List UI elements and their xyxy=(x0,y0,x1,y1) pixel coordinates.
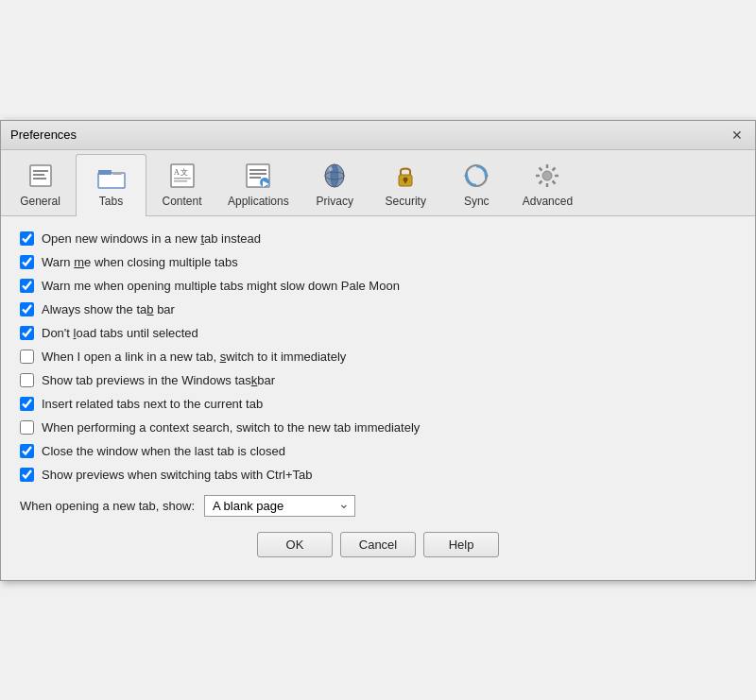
checkbox-row-9[interactable]: When performing a context search, switch… xyxy=(20,420,736,435)
privacy-icon xyxy=(319,161,350,191)
content-area: Open new windows in a new tab instead Wa… xyxy=(1,216,755,580)
checkbox-3[interactable] xyxy=(20,279,34,293)
checkbox-label-6: When I open a link in a new tab, switch … xyxy=(42,350,346,364)
svg-text:文: 文 xyxy=(180,168,188,177)
checkbox-row-3[interactable]: Warn me when opening multiple tabs might… xyxy=(20,279,736,293)
svg-point-22 xyxy=(329,167,333,171)
tab-general[interactable]: General xyxy=(5,154,76,215)
tab-privacy[interactable]: Privacy xyxy=(300,154,370,215)
new-tab-select[interactable]: A blank page Your home page The new tab … xyxy=(204,495,355,517)
checkbox-6[interactable] xyxy=(20,350,34,364)
checkbox-row-6[interactable]: When I open a link in a new tab, switch … xyxy=(20,350,736,364)
checkbox-row-7[interactable]: Show tab previews in the Windows taskbar xyxy=(20,373,736,387)
general-icon xyxy=(26,161,56,191)
svg-rect-6 xyxy=(98,170,112,175)
svg-rect-2 xyxy=(33,174,44,176)
advanced-icon xyxy=(532,161,562,191)
svg-rect-5 xyxy=(98,173,125,188)
checkbox-label-9: When performing a context search, switch… xyxy=(42,420,420,435)
svg-rect-16 xyxy=(249,177,261,179)
svg-line-35 xyxy=(553,180,556,183)
svg-line-37 xyxy=(540,180,542,183)
checkbox-label-10: Close the window when the last tab is cl… xyxy=(42,444,285,458)
checkbox-row-10[interactable]: Close the window when the last tab is cl… xyxy=(20,444,736,458)
checkbox-label-1: Open new windows in a new tab instead xyxy=(42,231,261,246)
checkbox-7[interactable] xyxy=(20,373,34,387)
checkbox-10[interactable] xyxy=(20,444,34,458)
checkbox-label-8: Insert related tabs next to the current … xyxy=(42,397,263,411)
svg-line-34 xyxy=(540,167,542,170)
help-button[interactable]: Help xyxy=(423,532,499,557)
tab-advanced[interactable]: Advanced xyxy=(512,154,583,215)
checkbox-list: Open new windows in a new tab instead Wa… xyxy=(20,231,736,482)
new-tab-label: When opening a new tab, show: xyxy=(20,499,195,513)
sync-icon xyxy=(461,161,491,191)
ok-button[interactable]: OK xyxy=(257,532,333,557)
svg-text:▶: ▶ xyxy=(263,179,269,187)
checkbox-label-7: Show tab previews in the Windows taskbar xyxy=(42,373,275,387)
tab-applications[interactable]: ▶ Applications xyxy=(217,154,300,215)
checkbox-row-5[interactable]: Don't load tabs until selected xyxy=(20,326,736,340)
new-tab-select-wrapper: A blank page Your home page The new tab … xyxy=(204,495,355,517)
button-bar: OK Cancel Help xyxy=(20,517,736,569)
checkbox-label-11: Show previews when switching tabs with C… xyxy=(42,468,313,482)
svg-rect-14 xyxy=(249,169,266,171)
tab-advanced-label: Advanced xyxy=(523,195,573,208)
checkbox-row-1[interactable]: Open new windows in a new tab instead xyxy=(20,231,736,246)
svg-rect-1 xyxy=(33,170,48,172)
tabs-icon xyxy=(96,161,127,191)
tab-content[interactable]: A 文 Content xyxy=(146,154,217,215)
window-title: Preferences xyxy=(10,128,77,142)
svg-point-29 xyxy=(542,171,552,180)
svg-text:A: A xyxy=(174,168,180,177)
svg-rect-12 xyxy=(174,180,187,182)
svg-rect-11 xyxy=(174,178,191,179)
cancel-button[interactable]: Cancel xyxy=(340,532,416,557)
checkbox-1[interactable] xyxy=(20,231,34,246)
tab-tabs-label: Tabs xyxy=(99,195,123,208)
close-button[interactable]: ✕ xyxy=(729,127,746,144)
tab-general-label: General xyxy=(20,195,60,208)
svg-rect-7 xyxy=(112,172,122,175)
tab-tabs[interactable]: Tabs xyxy=(76,154,146,216)
checkbox-label-5: Don't load tabs until selected xyxy=(42,326,198,340)
checkbox-4[interactable] xyxy=(20,302,34,316)
new-tab-row: When opening a new tab, show: A blank pa… xyxy=(20,495,736,517)
svg-line-36 xyxy=(553,167,556,170)
applications-icon: ▶ xyxy=(243,161,273,191)
tab-bar: General Tabs A 文 xyxy=(1,150,755,216)
tab-security[interactable]: Security xyxy=(370,154,441,215)
svg-rect-3 xyxy=(33,178,46,179)
security-icon xyxy=(390,161,421,191)
tab-privacy-label: Privacy xyxy=(317,195,353,208)
checkbox-8[interactable] xyxy=(20,397,34,411)
tab-sync-label: Sync xyxy=(464,195,490,208)
tab-content-label: Content xyxy=(162,195,201,208)
svg-rect-15 xyxy=(249,173,266,175)
content-icon: A 文 xyxy=(167,161,198,191)
svg-rect-25 xyxy=(404,180,406,183)
checkbox-label-4: Always show the tab bar xyxy=(42,302,175,316)
tab-sync[interactable]: Sync xyxy=(441,154,512,215)
checkbox-2[interactable] xyxy=(20,255,34,269)
checkbox-row-2[interactable]: Warn me when closing multiple tabs xyxy=(20,255,736,269)
checkbox-row-8[interactable]: Insert related tabs next to the current … xyxy=(20,397,736,411)
tab-security-label: Security xyxy=(386,195,426,208)
title-bar: Preferences ✕ xyxy=(1,121,755,150)
checkbox-11[interactable] xyxy=(20,468,34,482)
tab-applications-label: Applications xyxy=(228,195,289,208)
checkbox-row-11[interactable]: Show previews when switching tabs with C… xyxy=(20,468,736,482)
checkbox-9[interactable] xyxy=(20,420,34,435)
checkbox-label-3: Warn me when opening multiple tabs might… xyxy=(42,279,400,293)
preferences-window: Preferences ✕ General xyxy=(0,120,756,581)
checkbox-label-2: Warn me when closing multiple tabs xyxy=(42,255,238,269)
checkbox-row-4[interactable]: Always show the tab bar xyxy=(20,302,736,316)
checkbox-5[interactable] xyxy=(20,326,34,340)
